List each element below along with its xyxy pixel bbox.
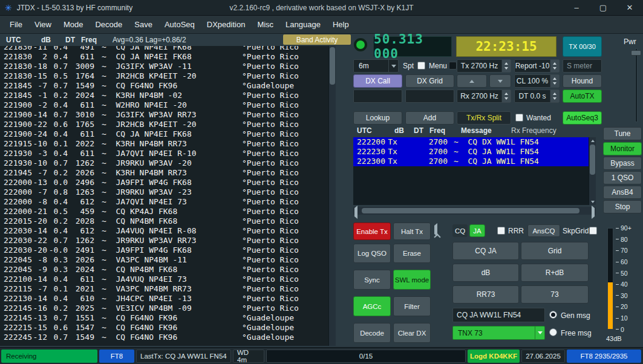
decode-row[interactable]: 221900 -14 0.7 3010 ~ JG3IFX WP3AV RR73 …	[0, 110, 328, 120]
menu-item[interactable]: Save	[128, 17, 158, 32]
menu-item[interactable]: Language	[279, 17, 327, 32]
frequency-display[interactable]: 50.313 000	[373, 36, 452, 57]
swl-mode-button[interactable]: SWL mode	[393, 270, 431, 290]
scroll-down-icon[interactable]	[589, 198, 596, 205]
spinner-arrows-icon[interactable]	[501, 90, 511, 102]
report-spinner[interactable]: Report -10	[514, 59, 560, 73]
menu-checkbox[interactable]	[449, 62, 457, 70]
tx-message-prev-icon[interactable]	[434, 226, 437, 234]
decode-row[interactable]: 222215 -15 0.6 1547 ~ CQ FG4NO FK96 °Gua…	[0, 323, 328, 333]
bypass-button[interactable]: Bypass	[603, 157, 642, 170]
tx-offset-spinner[interactable]: Tx 2700 Hz	[457, 59, 511, 73]
sync-button[interactable]: Sync	[353, 270, 391, 290]
db-button[interactable]: dB	[452, 264, 519, 282]
wanted-checkbox[interactable]	[515, 114, 523, 122]
free-message-input[interactable]: CQ JA WW1L FN54	[452, 308, 545, 322]
decode-row[interactable]: 221830 -18 0.7 3009 ~ JG3IFX WP3AV -11 °…	[0, 62, 328, 71]
decode-row[interactable]: 222045 -8 0.3 2026 ~ VA3PC NP4BM -11 °Pu…	[0, 255, 328, 265]
decode-row[interactable]: 222245 -12 0.7 1549 ~ CQ FG4NO FK96 °Gua…	[0, 333, 328, 342]
enable-tx-button[interactable]: Enable Tx	[353, 223, 391, 240]
filter-button[interactable]: Filter	[393, 296, 431, 316]
decode-row[interactable]: 222000 -7 0.8 1263 ~ JR9RKU WP3AV -23 °P…	[0, 187, 328, 197]
dx-call-button[interactable]: DX Call	[353, 74, 402, 88]
dx-call-input[interactable]	[353, 89, 402, 103]
tx-message-row[interactable]: 222300 Tx 2700 ~ CQ JA WW1L FN54	[353, 157, 589, 166]
clear-dx-button[interactable]: Clear DX	[393, 323, 431, 343]
decode-row[interactable]: 221845 -7 0.7 1549 ~ CQ FG4NO FK96 °Guad…	[0, 81, 328, 91]
dt-spinner[interactable]: DT 0.0 s	[514, 89, 560, 103]
ja-dir-button[interactable]: JA	[469, 224, 485, 237]
dx-grid-button[interactable]: DX Grid	[405, 74, 454, 88]
decode-row[interactable]: 222130 -14 0.4 610 ~ JH4CPC NP4EI -13 °P…	[0, 294, 328, 304]
erase-button[interactable]: Erase	[393, 244, 431, 263]
spinner-arrows-icon[interactable]	[550, 75, 559, 87]
decode-row[interactable]: 222015 -20 0.2 2028 ~ CQ NP4BM FK68 °Pue…	[0, 216, 328, 226]
add-button[interactable]: Add	[405, 111, 454, 125]
menu-item[interactable]: Misc	[251, 17, 279, 32]
decode-row[interactable]: 221930 -3 0.4 611 ~ JA7QVI NP4EI R-10 °P…	[0, 149, 328, 158]
decode-row[interactable]: 221915 -10 0.1 2022 ~ K3RH NP4BM RR73 °P…	[0, 139, 328, 149]
menu-item[interactable]: Help	[327, 17, 355, 32]
decode-row[interactable]: 221930 -10 0.7 1262 ~ JR9RKU WP3AV -20 °…	[0, 158, 328, 168]
decode-row[interactable]: 221900 -2 0.4 611 ~ W2HRO NP4EI -20 °Pue…	[0, 100, 328, 110]
lookup-button[interactable]: Lookup	[353, 111, 402, 125]
menu-item[interactable]: File	[4, 17, 28, 32]
decode-row[interactable]: 222000 -21 0.5 459 ~ CQ KP4AJ FK68 °Puer…	[0, 207, 328, 216]
decode-row[interactable]: 221830 2 0.4 611 ~ CQ JA NP4EI FK68 °Pue…	[0, 52, 328, 62]
decode-row[interactable]: 222030 -14 0.4 612 ~ JA4VUQ NP4EI R-08 °…	[0, 226, 328, 236]
tune-button[interactable]: Tune	[603, 127, 642, 140]
decode-row[interactable]: 222000 -13 0.0 2496 ~ JA9FPI WP4G FK68 °…	[0, 178, 328, 187]
decode-row[interactable]: 222045 -9 0.3 2024 ~ CQ NP4BM FK68 °Puer…	[0, 265, 328, 275]
one-qso-button[interactable]: 1 QSO	[603, 171, 642, 184]
tx-countdown-button[interactable]: TX 00/30	[563, 36, 602, 57]
menu-item[interactable]: View	[28, 17, 57, 32]
scroll-left-icon[interactable]	[354, 208, 357, 216]
maximize-button[interactable]: ▢	[590, 0, 616, 16]
r-db-button[interactable]: R+dB	[521, 264, 589, 282]
decode-row[interactable]: 221830 -15 0.5 1764 ~ JR2HCB KP4EIT -20 …	[0, 71, 328, 81]
freq-down-button[interactable]	[489, 74, 511, 88]
decode-row[interactable]: 222115 -7 0.1 2021 ~ VA3PC NP4BM RR73 °P…	[0, 284, 328, 294]
agc-button[interactable]: AGCc	[353, 296, 391, 316]
decode-row[interactable]: 222030 -20 -0.0 2491 ~ JA9FPI WP4G FK68 …	[0, 245, 328, 255]
tnx-dropdown[interactable]: TNX 73	[452, 326, 545, 340]
decode-row[interactable]: 221945 -7 0.2 2026 ~ K3RH NP4BM RR73 °Pu…	[0, 168, 328, 178]
menu-item[interactable]: DXpedition	[201, 17, 252, 32]
spinner-arrows-icon[interactable]	[501, 60, 511, 72]
cl-spinner[interactable]: CL 100 %	[514, 74, 560, 88]
menu-item[interactable]: Decode	[89, 17, 128, 32]
halt-tx-button[interactable]: Halt Tx	[393, 223, 431, 240]
decode-row[interactable]: 222000 -8 0.4 612 ~ JA7QVI NP4EI 73 °Pue…	[0, 197, 328, 207]
txrx-split-button[interactable]: Tx/Rx Split	[457, 111, 511, 125]
ansb4-button[interactable]: AnsB4	[603, 186, 642, 199]
skpgrid-checkbox[interactable]	[589, 227, 597, 235]
logged-status[interactable]: Logd KD4KKF	[468, 349, 520, 363]
band-activity-scroll-thumb[interactable]	[330, 47, 335, 85]
cq-ja-button[interactable]: CQ JA	[452, 242, 519, 260]
pwr-slider-track[interactable]	[635, 48, 638, 122]
rx-offset-spinner[interactable]: Rx 2700 Hz	[457, 89, 511, 103]
band-activity-scrollbar[interactable]	[328, 46, 336, 346]
spinner-arrows-icon[interactable]	[550, 60, 559, 72]
stop-button[interactable]: Stop	[603, 200, 642, 213]
decode-row[interactable]: 221900 -24 0.4 611 ~ CQ JA NP4EI FK68 °P…	[0, 129, 328, 139]
anscq-button[interactable]: AnsCQ	[527, 224, 560, 237]
log-qso-button[interactable]: Log QSO	[353, 244, 391, 263]
pwr-slider-handle[interactable]	[631, 50, 641, 56]
spinner-arrows-icon[interactable]	[550, 90, 559, 102]
rr73-button[interactable]: RR73	[452, 285, 519, 304]
scroll-right-icon[interactable]	[592, 208, 595, 216]
menu-item[interactable]: AutoSeq	[158, 17, 201, 32]
dx-grid-input[interactable]	[405, 89, 454, 103]
decode-row[interactable]: 221845 -1 0.2 2024 ~ K3RH NP4BM -02 °Pue…	[0, 91, 328, 100]
rx-frequency-scroll-thumb[interactable]	[590, 145, 595, 175]
rrr-checkbox[interactable]	[497, 227, 505, 235]
gen-msg-radio[interactable]	[549, 311, 557, 319]
decode-row[interactable]: 222100 -14 0.4 611 ~ JA4VUQ NP4EI 73 °Pu…	[0, 275, 328, 284]
band-select[interactable]: 6m	[353, 59, 399, 73]
tx-message-row[interactable]: 222200 Tx 2700 ~ CQ DX WW1L FN54	[353, 137, 589, 147]
scroll-up-icon[interactable]	[589, 137, 596, 144]
menu-item[interactable]: Mode	[57, 17, 90, 32]
decode-row[interactable]: 222030 -22 0.7 1262 ~ JR9RKU WP3AV RR73 …	[0, 236, 328, 245]
rx-frequency-vscrollbar[interactable]	[589, 137, 596, 205]
